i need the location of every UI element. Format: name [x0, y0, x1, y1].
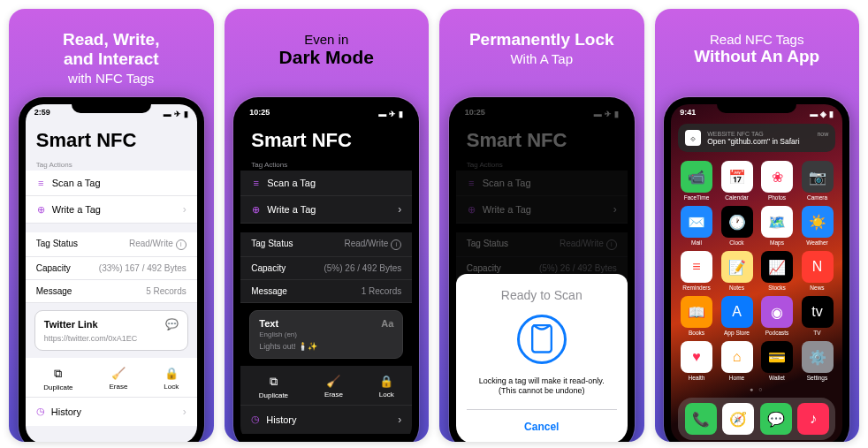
app-wallet[interactable]: 💳Wallet: [758, 341, 796, 381]
app-facetime[interactable]: 📹FaceTime: [678, 161, 715, 201]
lock-button[interactable]: 🔒Lock: [164, 367, 179, 391]
scan-tag-row[interactable]: ≡Scan a Tag: [240, 171, 412, 196]
message-value: 1 Records: [362, 286, 402, 296]
write-label: Write a Tag: [52, 204, 101, 215]
record-title: Text: [259, 318, 278, 329]
app-calendar[interactable]: 📅Calendar: [719, 161, 756, 201]
page-dots[interactable]: ● ○: [671, 383, 842, 396]
app-icon: 📷: [802, 161, 834, 193]
app-reminders[interactable]: ≡Reminders: [678, 251, 715, 291]
record-body: Lights out! 🕯️✨: [259, 342, 393, 351]
status-label: Tag Status: [251, 239, 293, 250]
app-home[interactable]: ⌂Home: [719, 341, 756, 381]
status-value: Read/Write: [560, 239, 604, 248]
lock-button[interactable]: 🔒Lock: [379, 375, 394, 399]
write-icon: ⊕: [36, 205, 46, 215]
screenshot-card-4: Read NFC Tags Without An App 9:41 ▬◈▮ ⟐ …: [655, 9, 860, 442]
app-icon: ❀: [761, 161, 793, 193]
app-maps[interactable]: 🗺️Maps: [758, 206, 796, 246]
duplicate-button[interactable]: ⧉Duplicate: [259, 375, 288, 399]
signal-icon: ▬: [810, 110, 818, 118]
app-label: TV: [813, 330, 820, 336]
app-label: Reminders: [682, 285, 710, 291]
dock-app[interactable]: 💬: [760, 403, 792, 435]
headline-bold: Read, Write, and Interact: [18, 30, 205, 69]
lock-label: Lock: [164, 383, 179, 391]
app-icon: ◉: [761, 296, 793, 328]
app-stocks[interactable]: 📈Stocks: [758, 251, 796, 291]
record-card[interactable]: TextAa English (en) Lights out! 🕯️✨: [249, 310, 403, 359]
app-icon: 📝: [721, 251, 753, 283]
scan-label: Scan a Tag: [267, 178, 316, 188]
erase-button[interactable]: 🧹Erase: [324, 375, 343, 399]
headline-thin: with NFC Tags: [18, 71, 205, 86]
write-tag-row[interactable]: ⊕Write a Tag›: [26, 196, 197, 224]
page-title: Smart NFC: [456, 120, 628, 157]
app-camera[interactable]: 📷Camera: [799, 161, 836, 201]
duplicate-button[interactable]: ⧉Duplicate: [43, 367, 72, 391]
info-icon[interactable]: i: [391, 239, 401, 250]
app-label: Weather: [806, 239, 827, 246]
erase-icon: 🧹: [111, 367, 126, 380]
status-time: 10:25: [465, 108, 485, 120]
app-icon: ♥: [681, 341, 712, 373]
cancel-button[interactable]: Cancel: [467, 409, 617, 442]
erase-icon: 🧹: [326, 375, 340, 388]
erase-button[interactable]: 🧹Erase: [110, 367, 128, 391]
sheet-title: Ready to Scan: [467, 288, 617, 302]
duplicate-label: Duplicate: [43, 383, 72, 391]
scan-tag-row: ≡Scan a Tag: [456, 171, 628, 196]
lock-label: Lock: [379, 391, 394, 399]
app-books[interactable]: 📖Books: [678, 296, 715, 336]
app-news[interactable]: NNews: [799, 251, 836, 291]
info-icon[interactable]: i: [176, 239, 187, 250]
app-icon: ✉️: [681, 206, 712, 238]
app-photos[interactable]: ❀Photos: [758, 161, 796, 201]
app-label: Home: [729, 375, 744, 381]
screen: 10:25 ▬✈︎▮ Smart NFC Tag Actions ≡Scan a…: [456, 104, 628, 442]
app-icon: tv: [802, 296, 834, 328]
app-clock[interactable]: 🕐Clock: [719, 206, 756, 246]
write-tag-row[interactable]: ⊕Write a Tag›: [240, 196, 412, 224]
sheet-note: Locking a tag will make it read-only.(Th…: [467, 376, 617, 397]
dock-app[interactable]: ♪: [797, 403, 829, 435]
scan-tag-row[interactable]: ≡Scan a Tag: [26, 171, 197, 196]
section-label: Tag Actions: [26, 157, 197, 171]
status-icons: ▬✈︎▮: [164, 108, 188, 120]
signal-icon: ▬: [378, 110, 386, 118]
phone-frame: 2:59 ▬✈︎▮ Smart NFC Tag Actions ≡Scan a …: [19, 97, 204, 442]
app-podcasts[interactable]: ◉Podcasts: [758, 296, 796, 336]
history-row[interactable]: ◷History›: [240, 405, 412, 434]
signal-icon: ▬: [594, 110, 602, 118]
tag-status-row: Tag StatusRead/Writei: [240, 232, 412, 257]
record-subtitle: English (en): [259, 330, 393, 338]
notch: [717, 97, 796, 113]
nfc-notification-banner[interactable]: ⟐ WEBSITE NFC TAGnow Open "github.com" i…: [678, 124, 835, 152]
status-value: Read/Write: [129, 239, 173, 248]
app-weather[interactable]: ☀️Weather: [799, 206, 836, 246]
section-label: Tag Actions: [240, 157, 412, 171]
app-icon: ≡: [681, 251, 712, 283]
duplicate-icon: ⧉: [54, 367, 62, 381]
message-icon: 💬: [165, 318, 179, 330]
screenshot-card-1: Read, Write, and Interact with NFC Tags …: [9, 9, 214, 442]
dock-app[interactable]: 🧭: [722, 403, 754, 435]
history-row[interactable]: ◷History›: [26, 397, 197, 426]
app-tv[interactable]: tvTV: [799, 296, 836, 336]
battery-icon: ▮: [614, 110, 619, 118]
app-notes[interactable]: 📝Notes: [719, 251, 756, 291]
headline-bold: Permanently Lock: [448, 30, 636, 49]
record-card[interactable]: Twitter Link💬 https://twitter.com/0xA1EC: [34, 310, 188, 351]
app-label: Health: [689, 375, 705, 381]
app-app-store[interactable]: AApp Store: [719, 296, 756, 336]
app-icon: A: [721, 296, 753, 328]
app-health[interactable]: ♥Health: [678, 341, 715, 381]
write-icon: ⊕: [467, 205, 476, 215]
app-mail[interactable]: ✉️Mail: [678, 206, 715, 246]
app-settings[interactable]: ⚙️Settings: [799, 341, 836, 381]
dock-app[interactable]: 📞: [685, 403, 717, 435]
app-label: FaceTime: [684, 194, 710, 201]
app-icon: 📹: [681, 161, 712, 193]
capacity-value: (5%) 26 / 492 Bytes: [324, 263, 401, 273]
status-time: 2:59: [34, 108, 50, 120]
